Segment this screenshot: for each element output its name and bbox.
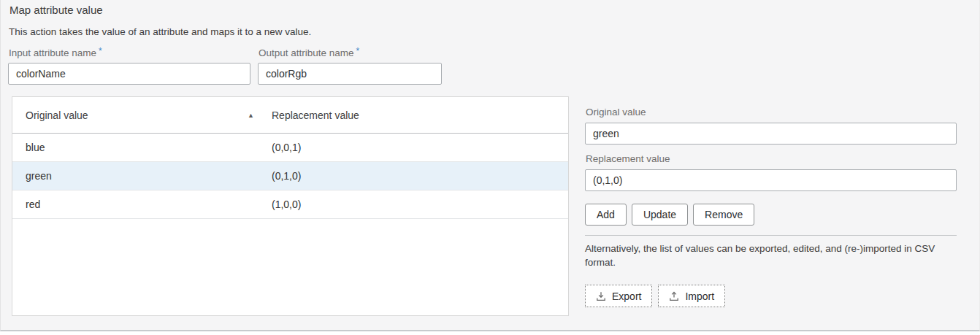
mapping-table-body: blue(0,0,1)green(0,1,0)red(1,0,0) <box>12 134 568 219</box>
table-row[interactable]: red(1,0,0) <box>12 190 568 219</box>
export-button[interactable]: Export <box>585 285 652 307</box>
replacement-value-cell: (0,0,1) <box>259 142 301 153</box>
replacement-value-cell: (1,0,0) <box>259 199 301 210</box>
sort-ascending-icon[interactable]: ▲ <box>248 112 259 119</box>
upload-icon <box>669 291 679 301</box>
editor-button-row: Add Update Remove <box>585 204 754 226</box>
output-attribute-label: Output attribute name* <box>259 46 359 58</box>
replacement-value-header-label: Replacement value <box>272 109 359 121</box>
original-value-cell: red <box>12 199 259 210</box>
editor-replacement-value-field[interactable] <box>585 169 957 191</box>
required-asterisk: * <box>356 46 360 56</box>
table-row[interactable]: green(0,1,0) <box>12 162 568 190</box>
table-header-row: Original value ▲ Replacement value <box>12 97 568 134</box>
output-attribute-label-text: Output attribute name <box>259 47 354 58</box>
remove-button[interactable]: Remove <box>693 204 754 226</box>
export-button-label: Export <box>612 290 641 302</box>
import-button-label: Import <box>685 290 714 302</box>
output-attribute-field[interactable] <box>258 63 442 85</box>
column-header-replacement-value[interactable]: Replacement value <box>259 109 359 121</box>
page-title: Map attribute value <box>9 4 103 16</box>
original-value-cell: green <box>12 170 259 182</box>
csv-note-text: Alternatively, the list of values can be… <box>585 242 960 269</box>
map-attribute-value-page: Map attribute value This action takes th… <box>0 0 980 335</box>
original-value-cell: blue <box>12 142 259 153</box>
value-mapping-table: Original value ▲ Replacement value blue(… <box>12 96 569 316</box>
import-button[interactable]: Import <box>658 285 725 307</box>
original-value-header-label: Original value <box>26 109 88 121</box>
editor-original-value-field[interactable] <box>585 123 957 145</box>
csv-button-row: Export Import <box>585 285 725 307</box>
required-asterisk: * <box>99 46 102 56</box>
replacement-value-cell: (0,1,0) <box>259 170 301 182</box>
table-row[interactable]: blue(0,0,1) <box>12 134 568 162</box>
editor-original-value-label: Original value <box>586 107 646 118</box>
input-attribute-field[interactable] <box>8 63 250 85</box>
csv-section-divider <box>585 235 957 236</box>
editor-replacement-value-label: Replacement value <box>586 153 670 164</box>
input-attribute-label: Input attribute name* <box>9 46 102 58</box>
download-icon <box>596 291 606 301</box>
input-attribute-label-text: Input attribute name <box>9 47 96 58</box>
add-button[interactable]: Add <box>585 204 627 226</box>
map-attribute-value-panel: Map attribute value This action takes th… <box>0 0 980 331</box>
update-button[interactable]: Update <box>632 204 688 226</box>
page-description: This action takes the value of an attrib… <box>9 26 311 37</box>
column-header-original-value[interactable]: Original value ▲ <box>12 109 259 121</box>
